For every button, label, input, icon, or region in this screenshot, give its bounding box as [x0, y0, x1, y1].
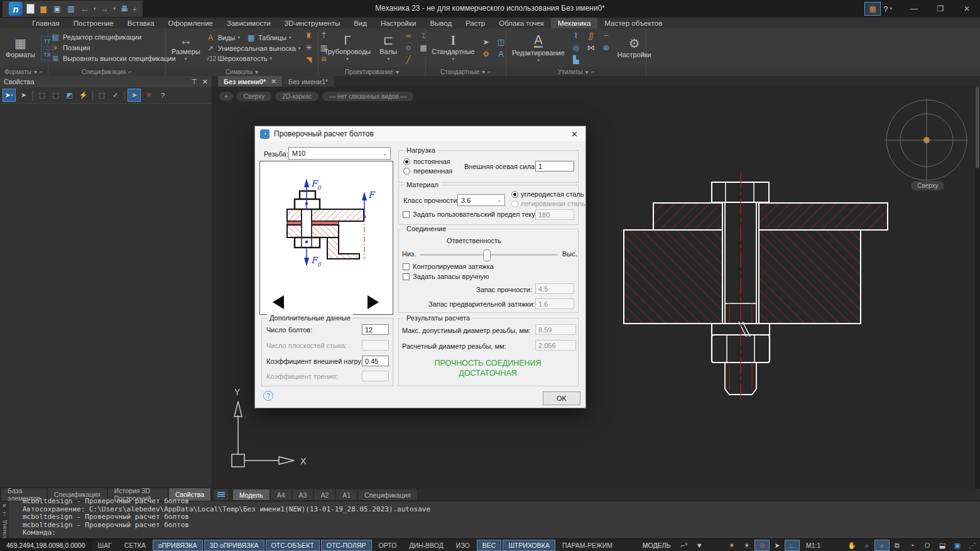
universal-leader-button[interactable]: ↗Универсальная выноска▾: [206, 44, 301, 53]
tab-mekhanika[interactable]: Механика: [551, 18, 597, 28]
tab-oformlenie[interactable]: Оформление: [161, 18, 220, 28]
toggle-izo[interactable]: ИЗО: [450, 540, 476, 551]
yield-strength-input[interactable]: [535, 209, 574, 220]
doc-tab-bez-imeni0[interactable]: Без имени0*✕: [218, 76, 282, 87]
select-cursor-icon[interactable]: ➤: [18, 89, 30, 101]
viewport-add-button[interactable]: +: [219, 92, 233, 101]
tab-master-obektov[interactable]: Мастер объектов: [597, 18, 669, 28]
tab-vstavka[interactable]: Вставка: [121, 18, 161, 28]
toggle-shag[interactable]: ШАГ: [92, 540, 117, 551]
toggle-osnap[interactable]: оПРИВЯЗКА: [153, 540, 203, 551]
strength-class-select[interactable]: 3.6⌄: [457, 194, 505, 206]
external-load-coef-input[interactable]: [362, 356, 389, 366]
manual-margins-checkbox[interactable]: [403, 273, 410, 280]
break-line-icon[interactable]: ⌇: [570, 31, 582, 41]
tab-vyvod[interactable]: Вывод: [423, 18, 459, 28]
axis-mark-icon[interactable]: ✳: [303, 43, 315, 53]
toggle-param-mode[interactable]: ПАРАМ-РЕЖИМ: [557, 540, 618, 551]
toggle-3d-osnap[interactable]: 3D оПРИВЯЗКА: [204, 540, 264, 551]
link-icon[interactable]: ⋈: [585, 43, 597, 53]
apply-select-icon[interactable]: ✓: [109, 89, 121, 101]
regen-icon[interactable]: O: [920, 540, 935, 551]
formats-button[interactable]: ▦ Форматы: [3, 37, 38, 58]
controlled-tightening-label[interactable]: Контролируемая затяжка: [413, 263, 494, 270]
model-space-button[interactable]: МОДЕЛЬ: [637, 540, 677, 551]
fullscreen-icon[interactable]: ▣: [950, 540, 965, 551]
zoom-icon[interactable]: ⌕: [859, 540, 874, 551]
axial-force-input[interactable]: [535, 161, 574, 172]
flag-select-icon[interactable]: ◩: [63, 89, 75, 101]
group-label-design[interactable]: Проектирование▾: [318, 67, 425, 76]
tab-3d-instrumenty[interactable]: 3D-инструменты: [278, 18, 347, 28]
alloy-steel-radio[interactable]: [511, 200, 518, 207]
axis-circle-icon[interactable]: ◎: [570, 43, 582, 53]
pin-panel-icon[interactable]: ⊤: [191, 78, 197, 86]
command-close-icon[interactable]: ✕: [2, 503, 7, 509]
no-highlight-cursor-icon[interactable]: ⊘: [754, 540, 770, 551]
carbon-steel-radio[interactable]: [511, 191, 518, 198]
dialog-help-icon[interactable]: ?: [263, 391, 273, 401]
load-constant-label[interactable]: постоянная: [413, 158, 450, 165]
load-variable-radio[interactable]: [403, 168, 410, 175]
views-button[interactable]: AВиды▾: [206, 33, 240, 42]
bolt-fx-icon[interactable]: ≎: [403, 43, 414, 53]
close-button[interactable]: ✕: [954, 0, 980, 18]
blocks-icon[interactable]: ▙: [570, 55, 582, 65]
dialog-close-icon[interactable]: ✕: [569, 129, 580, 139]
bulb-icon[interactable]: ☀: [739, 540, 754, 551]
maximize-button[interactable]: ❐: [927, 0, 954, 18]
bolt-stack-icon[interactable]: ≍: [403, 31, 414, 41]
command-prompt[interactable]: Команда:: [23, 529, 977, 537]
linked-views-button[interactable]: — нет связанных видов —: [322, 92, 413, 101]
custom-yield-label[interactable]: Задать пользовательский предел текучести…: [413, 210, 555, 218]
group-label-specification[interactable]: Спецификация⌐: [48, 67, 165, 76]
tab-zavisimosti[interactable]: Зависимости: [220, 18, 278, 28]
insert-view-icon[interactable]: ◫: [496, 37, 507, 47]
zoom-window-icon[interactable]: ⧉: [890, 540, 905, 551]
toggle-orto[interactable]: ОРТО: [373, 540, 403, 551]
spec-editor-button[interactable]: ▤Редактор спецификации: [51, 33, 176, 41]
center-line-icon[interactable]: ┄: [601, 31, 612, 41]
resize-grip[interactable]: ⋰: [965, 540, 980, 551]
shafts-button[interactable]: ⊏ Валы▾: [376, 34, 400, 62]
weld-icon[interactable]: ◥: [303, 55, 315, 65]
sizes-button[interactable]: ↔ Размеры▾: [168, 34, 204, 62]
canvas-vertical-scrollbar[interactable]: [975, 87, 980, 489]
annotation-scale-icon[interactable]: ⌐°: [677, 540, 692, 551]
zoom-realtime-icon[interactable]: ⌕: [874, 540, 890, 551]
manual-margins-label[interactable]: Задать запасы вручную: [413, 273, 489, 280]
thread-select[interactable]: M10⌄: [288, 147, 391, 160]
tab-postroenie[interactable]: Построение: [67, 18, 121, 28]
preview-prev-arrow[interactable]: [273, 295, 284, 309]
group-label-formats[interactable]: Форматы▾⌐: [0, 67, 48, 76]
ruler-icon[interactable]: ╱: [403, 55, 414, 65]
wave-icon[interactable]: ∬: [585, 31, 597, 41]
preview-next-arrow[interactable]: [368, 295, 379, 309]
safety-margin-input[interactable]: [535, 283, 574, 294]
tab-glavnaya[interactable]: Главная: [25, 18, 67, 28]
mechanica-mode-icon[interactable]: ▦: [864, 2, 881, 16]
viewport-icon[interactable]: ⬓: [935, 540, 950, 551]
scale-indicator[interactable]: М1:1: [800, 540, 826, 551]
responsibility-slider-thumb[interactable]: [483, 249, 491, 261]
friction-coef-input[interactable]: [362, 371, 389, 381]
pipelines-button[interactable]: Γ Трубопроводы▾: [321, 34, 374, 62]
toggle-shtrihovka[interactable]: ШТРИХОВКА: [503, 540, 555, 551]
pretension-margin-input[interactable]: [535, 298, 574, 309]
toggle-dyn-input[interactable]: ДИН-ВВОД: [403, 540, 449, 551]
select-standard-icon[interactable]: ➤: [481, 37, 492, 47]
orbit-icon[interactable]: ◔: [905, 540, 920, 551]
standard-parts-button[interactable]: I Стандартные▾: [428, 34, 478, 62]
ucs-toggle-icon[interactable]: ∟: [785, 540, 800, 551]
group-label-standard[interactable]: Стандартные▾⌐: [426, 67, 506, 76]
tables-button[interactable]: ▦Таблицы▾: [246, 33, 291, 42]
close-panel-icon[interactable]: ✕: [202, 78, 208, 86]
pointer-mode-icon[interactable]: ➤: [128, 89, 141, 102]
toggle-ves[interactable]: ВЕС: [477, 540, 502, 551]
panel-help-icon[interactable]: ?: [156, 89, 168, 101]
nav-wheel-view-label[interactable]: Сверху: [911, 181, 944, 190]
load-variable-label[interactable]: переменная: [413, 167, 452, 175]
toggle-setka[interactable]: СЕТКА: [119, 540, 151, 551]
group-label-utilities[interactable]: Утилиты▾⌐: [506, 67, 646, 76]
toggle-otrack-polar[interactable]: ОТС-ПОЛЯР: [321, 540, 372, 551]
